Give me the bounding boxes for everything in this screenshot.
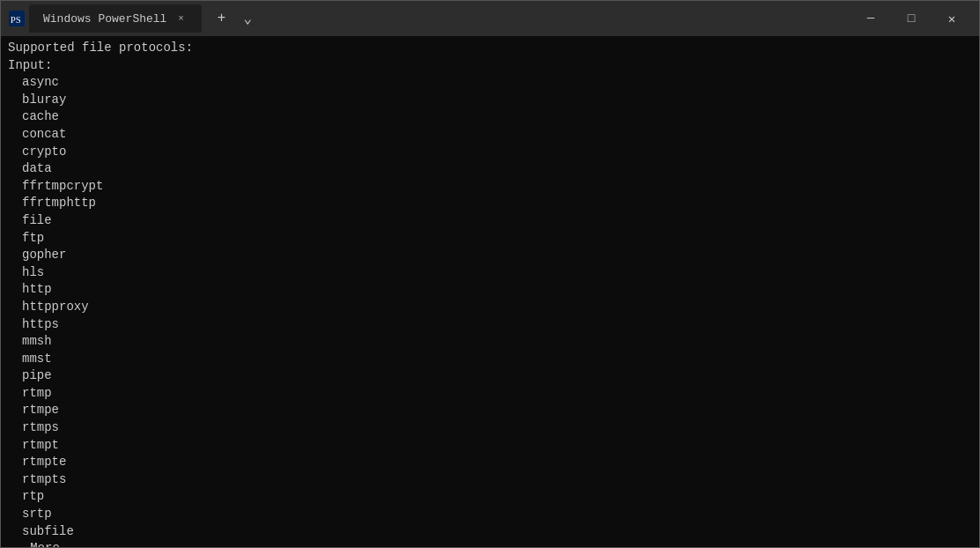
tab-powershell[interactable]: Windows PowerShell × — [29, 4, 202, 33]
terminal-line: rtmps — [8, 419, 972, 437]
close-button[interactable]: ✕ — [932, 4, 972, 33]
terminal-line: ftp — [8, 230, 972, 248]
terminal-line: rtmpt — [8, 437, 972, 455]
terminal-line: ffrtmpcrypt — [8, 178, 972, 196]
terminal-line: -- More -- — [8, 540, 972, 547]
terminal-line: bluray — [8, 92, 972, 109]
terminal-line: mmst — [8, 351, 972, 368]
terminal-line: rtmpts — [8, 471, 972, 489]
terminal-line: rtp — [8, 488, 972, 506]
terminal-line: rtmp — [8, 385, 972, 403]
terminal-line: Input: — [8, 57, 972, 75]
tab-area: PS Windows PowerShell × + ⌄ — [8, 4, 260, 33]
terminal-line: data — [8, 160, 972, 178]
terminal-line: rtmpte — [8, 454, 972, 471]
terminal-line: ffrtmphttp — [8, 195, 972, 212]
terminal-line: pipe — [8, 367, 972, 385]
terminal-line: cache — [8, 108, 972, 126]
terminal-line: hls — [8, 264, 972, 282]
tab-close-button[interactable]: × — [173, 11, 188, 26]
svg-text:PS: PS — [11, 14, 21, 25]
terminal-line: subfile — [8, 523, 972, 541]
terminal-line: gopher — [8, 247, 972, 264]
terminal-line: srtp — [8, 506, 972, 523]
maximize-button[interactable]: □ — [891, 4, 932, 33]
terminal-line: file — [8, 212, 972, 230]
minimize-button[interactable]: ─ — [851, 4, 891, 33]
tab-dropdown-button[interactable]: ⌄ — [235, 6, 260, 31]
new-tab-button[interactable]: + — [209, 6, 233, 31]
terminal-line: Supported file protocols: — [8, 40, 972, 57]
title-bar: PS Windows PowerShell × + ⌄ ─ □ ✕ — [1, 1, 979, 36]
terminal-line: concat — [8, 126, 972, 144]
terminal-line: rtmpe — [8, 402, 972, 419]
tab-label: Windows PowerShell — [43, 12, 166, 26]
powershell-window: PS Windows PowerShell × + ⌄ ─ □ ✕ Suppor… — [0, 0, 980, 548]
terminal-line: https — [8, 316, 972, 334]
title-bar-left: PS Windows PowerShell × + ⌄ — [8, 4, 260, 33]
window-controls: ─ □ ✕ — [851, 4, 972, 33]
terminal-output: Supported file protocols:Input:asyncblur… — [1, 36, 979, 547]
tab-controls: + ⌄ — [209, 6, 260, 31]
terminal-line: httpproxy — [8, 299, 972, 316]
terminal-line: mmsh — [8, 333, 972, 351]
terminal-line: crypto — [8, 144, 972, 161]
powershell-icon: PS — [8, 10, 26, 27]
terminal-line: async — [8, 74, 972, 92]
terminal-line: http — [8, 281, 972, 299]
